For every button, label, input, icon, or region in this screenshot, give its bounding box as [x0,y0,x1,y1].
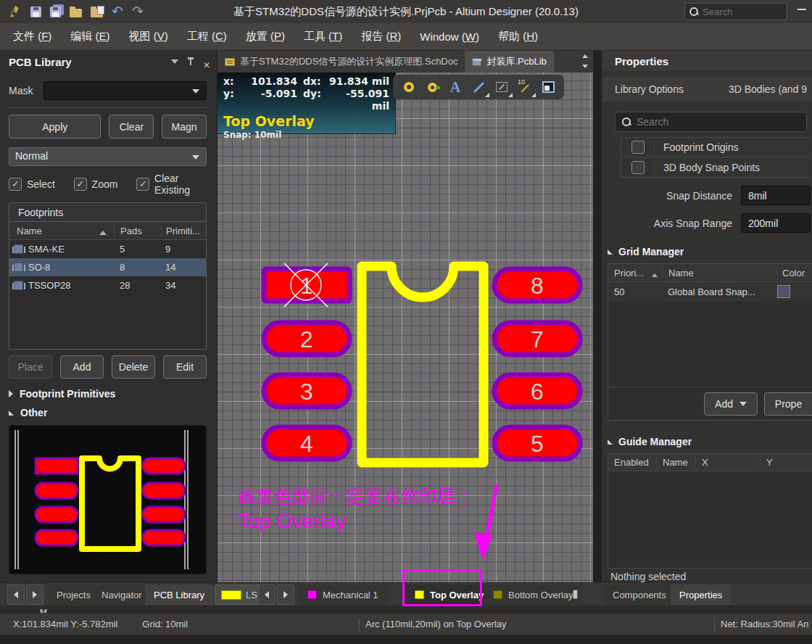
guide-table-header[interactable]: Enabled Name X Y [608,454,812,471]
board-shape-icon[interactable] [538,77,558,97]
layer-tab-mechanical1[interactable]: Mechanical 1 [299,585,387,605]
mask-combobox[interactable] [44,81,207,100]
grid-manager-section[interactable]: Grid Manager [602,246,812,257]
clear-existing-checkbox[interactable] [136,178,149,191]
other-section[interactable]: Other [9,407,207,418]
menu-file[interactable]: 文件 (F) [13,30,51,44]
tab-scroll-down-button[interactable] [580,62,590,70]
footprints-table-header[interactable]: Name Pads Primiti... [9,222,206,240]
edit-footprint-button[interactable]: Edit [163,355,207,379]
snap-distance-label: Snap Distance [602,190,741,202]
panel-menu-icon[interactable] [171,59,178,64]
pcb-canvas[interactable]: 1 2 3 4 [218,73,593,582]
tab-pcb-library[interactable]: PCB Library [145,585,213,605]
mask-label: Mask [9,85,36,96]
pad[interactable]: 2 [264,323,349,355]
save-button[interactable] [30,7,41,17]
properties-search-input[interactable] [637,116,800,128]
global-search-input[interactable] [703,7,782,17]
pin-icon[interactable] [187,57,194,66]
menu-place[interactable]: 放置 (P) [246,30,285,44]
net-info: Net: Radius:30mil An [721,619,808,629]
menu-edit[interactable]: 编辑 (E) [70,30,109,44]
add-grid-button[interactable]: Add [704,392,758,416]
panel-tab-scroll-left-button[interactable] [7,585,25,605]
grid-row[interactable]: 50 Global Board Snap... [608,282,812,301]
layer-scroll-left-button[interactable] [258,585,276,605]
pad[interactable]: 8 [494,269,580,301]
footprints-section-header[interactable]: Footprints [9,202,207,222]
hud-y-value: -5.091 [239,88,297,112]
guide-manager-section[interactable]: Guide Manager [602,436,812,447]
hud-dx-value: 91.834 mil [328,75,389,88]
layer-tab-top-overlay[interactable]: Top Overlay [406,585,492,605]
undo-icon[interactable]: ↶ [112,6,123,17]
pad[interactable]: 4 [264,427,349,459]
tab-properties[interactable]: Properties [671,585,731,605]
open-document-button[interactable] [91,9,103,17]
library-options-label[interactable]: Library Options [615,83,684,95]
panel-tab-scroll-right-button[interactable] [26,585,44,605]
pad[interactable]: 7 [494,323,580,355]
menu-view[interactable]: 视图 (V) [129,30,168,44]
delete-footprint-button[interactable]: Delete [112,355,155,379]
open-button[interactable] [70,9,82,17]
silkscreen-outline[interactable] [362,266,484,463]
menu-project[interactable]: 工程 (C) [187,30,227,44]
grid-properties-button[interactable]: Prope [764,392,812,416]
axis-snap-range-input[interactable] [741,213,811,233]
apply-button[interactable]: Apply [9,115,101,139]
tab-scroll-up-button[interactable] [580,52,590,60]
minimize-icon[interactable] [798,9,806,10]
pad[interactable]: 3 [264,375,349,407]
layer-set-button[interactable]: LS [215,585,264,605]
magnify-button[interactable]: Magn [162,115,207,139]
table-row[interactable]: TSSOP28 28 34 [9,276,206,294]
grid-color-swatch[interactable] [777,285,790,298]
grid-setting: Grid: 10mil [142,619,188,629]
pad[interactable]: 5 [494,427,580,459]
global-search-box[interactable] [684,3,787,20]
properties-search-box[interactable] [615,112,807,132]
grid-table-header[interactable]: Priori... Name Color [608,264,812,282]
filter-mode-combobox[interactable]: Normal [9,147,207,166]
select-checkbox[interactable] [9,178,22,191]
menu-reports[interactable]: 报告 (R) [361,30,401,44]
menu-window[interactable]: Window (W) [420,30,479,43]
3d-body-snap-points-checkbox[interactable] [631,161,645,174]
pad[interactable]: 1 [264,269,349,301]
axis-snap-range-label: Axis Snap Range [602,218,741,229]
place-line-icon[interactable] [468,77,489,97]
add-footprint-button[interactable]: Add [60,355,104,379]
tab-projects[interactable]: Projects [48,585,99,605]
pad[interactable]: 6 [494,375,580,407]
3d-bodies-label[interactable]: 3D Bodies (and 9 [729,83,807,95]
menu-tools[interactable]: 工具 (T) [304,30,342,44]
clear-button[interactable]: Clear [109,115,154,139]
footprint-origins-checkbox[interactable] [631,141,645,154]
table-row-selected[interactable]: SO-8 8 14 [9,258,206,276]
place-region-icon[interactable] [492,77,512,97]
layer-scroll-right-button[interactable] [277,585,294,605]
close-panel-icon[interactable] [203,58,211,66]
zoom-checkbox[interactable] [74,178,87,191]
column-primitives: Primiti... [161,226,206,236]
table-row[interactable]: SMA-KE 5 9 [9,240,206,258]
place-pad-icon[interactable] [399,77,419,97]
place-button[interactable]: Place [9,355,52,379]
tab-schdoc[interactable]: 基于STM32的DDS信号源的设计实例原理图.SchDoc [218,51,465,73]
grid-table-empty-area [608,301,812,387]
footprint-icon [14,281,23,290]
place-via-icon[interactable] [422,77,442,97]
tab-navigator[interactable]: Navigator [93,585,151,605]
place-text-icon[interactable]: A [445,77,465,97]
redo-icon[interactable]: ↷ [132,6,144,17]
save-all-button[interactable] [50,7,61,17]
tab-pcblib[interactable]: 封装库.PcbLib [465,51,553,73]
tab-components[interactable]: Components [604,585,675,605]
place-dimension-icon[interactable] [515,77,535,97]
layer-tab-bottom-overlay[interactable]: Bottom Overlay [484,585,582,605]
menu-help[interactable]: 帮助 (H) [498,30,538,44]
footprint-primitives-section[interactable]: Footprint Primitives [9,388,207,400]
snap-distance-input[interactable] [741,186,811,205]
